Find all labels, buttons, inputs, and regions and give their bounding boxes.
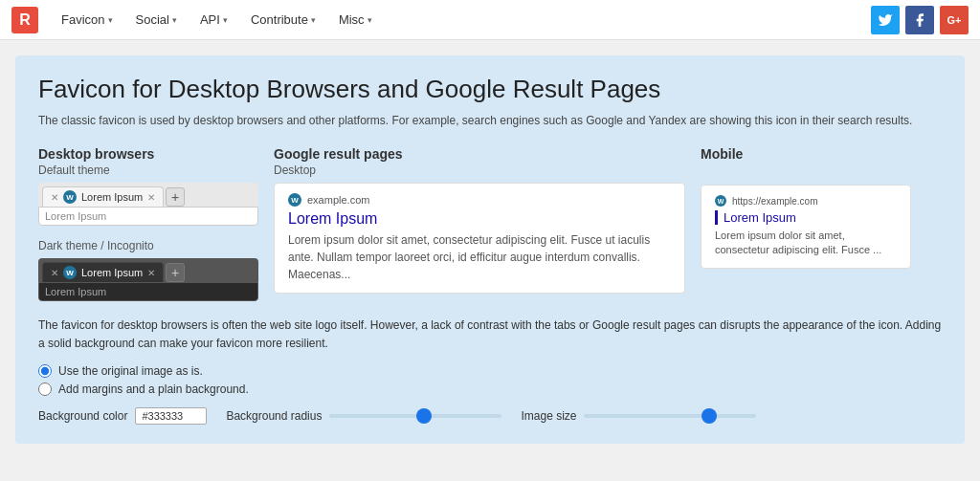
columns: Desktop browsers Default theme ✕ W Lorem…: [38, 146, 942, 301]
desktop-label: Desktop: [274, 164, 685, 177]
image-size-label: Image size: [521, 409, 576, 423]
radio-margins-label: Add margins and a plain background.: [58, 383, 249, 396]
image-size-slider-container: [584, 414, 756, 418]
default-theme-label: Default theme: [38, 164, 258, 177]
wordpress-icon: W: [63, 190, 77, 204]
new-tab-button[interactable]: +: [166, 263, 185, 282]
mobile-title: Mobile: [701, 146, 942, 162]
nav-item-contribute[interactable]: Contribute ▾: [241, 0, 325, 40]
radio-group: Use the original image as is. Add margin…: [38, 364, 942, 396]
mobile-url-line: W https://example.com: [715, 195, 897, 207]
google-result-title: Google result pages: [274, 146, 685, 162]
page-subtitle: The classic favicon is used by desktop b…: [38, 112, 942, 129]
wordpress-icon: W: [63, 266, 77, 279]
mobile-column: Mobile W https://example.com Lorem Ipsum…: [701, 146, 942, 269]
google-result-card: W example.com Lorem Ipsum Lorem ipsum do…: [274, 183, 685, 294]
radio-original-label: Use the original image as is.: [58, 364, 203, 378]
chevron-down-icon: ▾: [368, 15, 372, 25]
page-title: Favicon for Desktop Browsers and Google …: [38, 75, 942, 104]
google-result-column: Google result pages Desktop W example.co…: [274, 146, 685, 294]
desktop-browsers-column: Desktop browsers Default theme ✕ W Lorem…: [38, 146, 258, 301]
new-tab-button[interactable]: +: [166, 187, 185, 207]
wordpress-icon: W: [288, 193, 301, 207]
tab-close-icon[interactable]: ✕: [147, 268, 155, 278]
mobile-url: https://example.com: [732, 196, 817, 207]
mobile-result-link[interactable]: Lorem Ipsum: [715, 210, 897, 225]
google-result-link[interactable]: Lorem Ipsum: [288, 210, 671, 228]
dark-tab-bar: ✕ W Lorem Ipsum ✕ +: [38, 258, 258, 282]
nav-item-favicon[interactable]: Favicon ▾: [52, 0, 122, 40]
radio-margins[interactable]: Add margins and a plain background.: [38, 383, 942, 396]
browser-tab[interactable]: ✕ W Lorem Ipsum ✕: [42, 186, 164, 207]
google-result-description: Lorem ipsum dolor sit amet, consectetur …: [288, 231, 671, 283]
social-icons: G+: [871, 6, 969, 34]
dark-address-bar: Lorem Ipsum: [38, 282, 258, 301]
radio-original-input[interactable]: [38, 364, 52, 378]
nav-item-misc[interactable]: Misc ▾: [329, 0, 382, 40]
controls-row: Background color Background radius Image…: [38, 407, 942, 425]
radio-original[interactable]: Use the original image as is.: [38, 364, 942, 378]
tab-close-icon[interactable]: ✕: [147, 192, 155, 203]
tab-label: Lorem Ipsum: [81, 191, 143, 203]
main-content: Favicon for Desktop Browsers and Google …: [0, 40, 980, 459]
chevron-down-icon: ▾: [223, 15, 228, 25]
chevron-down-icon: ▾: [311, 15, 316, 25]
google-plus-icon[interactable]: G+: [940, 6, 969, 34]
dark-address-bar-text: Lorem Ipsum: [45, 286, 106, 297]
logo: R: [11, 7, 38, 33]
bg-radius-label: Background radius: [226, 409, 322, 423]
bg-color-group: Background color: [38, 407, 207, 425]
bg-radius-group: Background radius: [226, 409, 501, 423]
google-url-line: W example.com: [288, 193, 671, 207]
tab-close-icon[interactable]: ✕: [51, 192, 58, 203]
image-size-group: Image size: [521, 409, 756, 423]
bg-radius-slider-container: [329, 414, 501, 418]
nav-item-social[interactable]: Social ▾: [126, 0, 187, 40]
navigation: R Favicon ▾ Social ▾ API ▾ Contribute ▾ …: [0, 0, 980, 40]
facebook-icon[interactable]: [905, 6, 934, 34]
google-url: example.com: [307, 194, 369, 206]
address-bar-text: Lorem Ipsum: [45, 210, 106, 222]
twitter-icon[interactable]: [871, 6, 900, 34]
wordpress-icon: W: [715, 195, 726, 207]
nav-items: Favicon ▾ Social ▾ API ▾ Contribute ▾ Mi…: [52, 0, 871, 40]
dark-theme-label: Dark theme / Incognito: [38, 239, 258, 252]
default-tab-bar: ✕ W Lorem Ipsum ✕ +: [38, 183, 258, 207]
mobile-result-card: W https://example.com Lorem Ipsum Lorem …: [701, 185, 911, 269]
bottom-text: The favicon for desktop browsers is ofte…: [38, 317, 942, 353]
default-address-bar: Lorem Ipsum: [38, 207, 258, 226]
tab-label: Lorem Ipsum: [81, 267, 143, 278]
desktop-browsers-title: Desktop browsers: [38, 146, 258, 162]
bg-color-input[interactable]: [135, 407, 207, 425]
chevron-down-icon: ▾: [172, 15, 177, 25]
tab-close-icon[interactable]: ✕: [51, 268, 58, 278]
bg-radius-slider[interactable]: [329, 414, 501, 418]
nav-item-api[interactable]: API ▾: [190, 0, 237, 40]
radio-margins-input[interactable]: [38, 383, 52, 396]
bg-color-label: Background color: [38, 409, 127, 423]
image-size-slider[interactable]: [584, 414, 756, 418]
content-box: Favicon for Desktop Browsers and Google …: [15, 55, 965, 444]
chevron-down-icon: ▾: [108, 15, 113, 25]
mobile-result-description: Lorem ipsum dolor sit amet, consectetur …: [715, 229, 897, 258]
dark-browser-tab[interactable]: ✕ W Lorem Ipsum ✕: [42, 262, 164, 282]
dark-theme-section: Dark theme / Incognito ✕ W Lorem Ipsum ✕…: [38, 239, 258, 301]
